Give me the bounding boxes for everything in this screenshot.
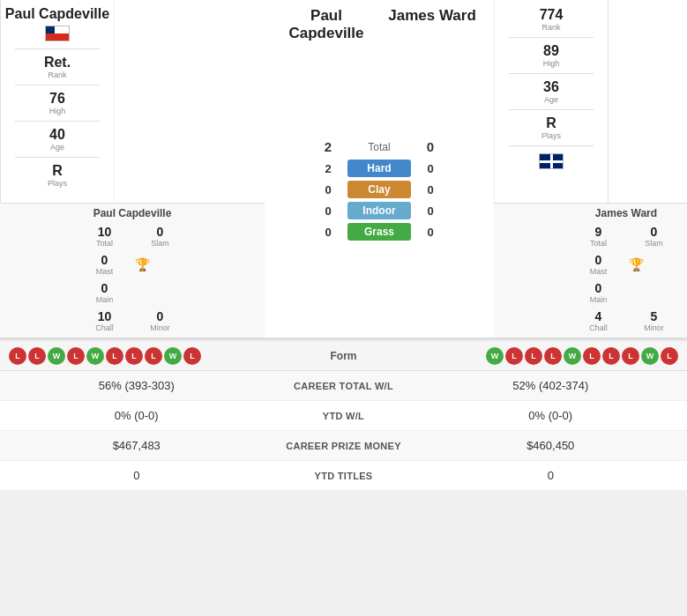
grass-badge: Grass (347, 223, 411, 241)
left-age-stat: 40 Age (49, 125, 65, 153)
right-form-4: L (544, 347, 562, 365)
stat-career-total-right: 52% (402-374) (432, 379, 670, 392)
left-form-badges: L L W L W L L L W L (9, 347, 201, 365)
stat-career-total-label: Career Total W/L (256, 381, 432, 391)
trophy-icon-left: 🏆 (135, 257, 150, 271)
left-player-name: Paul Capdeville (5, 5, 109, 22)
grass-score-right: 0 (418, 226, 443, 239)
stat-prize-money: $467,483 Career Prize Money $460,450 (0, 431, 687, 461)
left-form-10: L (183, 347, 201, 365)
left-form-4: L (67, 347, 85, 365)
left-form-5: W (86, 347, 104, 365)
left-name-center-top2: Capdeville (288, 25, 363, 42)
right-plays-stat: R Plays (541, 114, 561, 142)
left-rank-stat: Ret. Rank (44, 53, 71, 81)
clay-score-right: 0 (418, 183, 443, 197)
stat-ytd-wl-right: 0% (0-0) (432, 409, 670, 422)
total-score-left: 2 (316, 139, 340, 154)
right-form-7: L (602, 347, 620, 365)
right-age-stat: 36 Age (543, 78, 559, 106)
stat-ytd-wl: 0% (0-0) YTD W/L 0% (0-0) (0, 401, 687, 431)
indoor-badge: Indoor (347, 202, 411, 219)
indoor-score-left: 0 (316, 204, 340, 218)
right-form-8: L (622, 347, 639, 365)
right-total-stat: 9 Total (573, 223, 624, 249)
surface-row-hard: 2 Hard 0 (273, 160, 485, 177)
left-form-8: L (145, 347, 162, 365)
stat-ytd-titles-label: YTD Titles (256, 471, 432, 481)
stat-prize-money-left: $467,483 (18, 439, 256, 452)
hard-score-right: 0 (418, 162, 443, 175)
right-mast-stat: 0 Mast (573, 251, 624, 278)
clay-score-left: 0 (316, 183, 340, 197)
right-form-9: W (641, 347, 659, 365)
stat-career-total-left: 56% (393-303) (18, 379, 256, 392)
clay-badge: Clay (347, 181, 411, 198)
left-main-stat: 0 Main (79, 279, 130, 306)
left-form-9: W (164, 347, 182, 365)
stat-ytd-titles: 0 YTD Titles 0 (0, 461, 687, 491)
right-rank-stat: 774 Rank (540, 5, 564, 33)
left-player-flag-chile (45, 26, 70, 41)
form-label: Form (201, 350, 486, 362)
stat-career-total: 56% (393-303) Career Total W/L 52% (402-… (0, 371, 687, 401)
right-form-badges: W L L L W L L L W L (486, 347, 678, 365)
left-mast-stat: 0 Mast (79, 251, 130, 278)
right-minor-stat: 5 Minor (629, 308, 679, 334)
right-form-5: W (564, 347, 581, 365)
trophy-icon-right: 🏆 (629, 257, 644, 271)
right-player-flag-wrap (539, 153, 564, 169)
right-form-10: L (661, 347, 678, 365)
surface-row-clay: 0 Clay 0 (273, 181, 485, 198)
stat-ytd-wl-label: YTD W/L (256, 411, 432, 421)
left-plays-stat: R Plays (48, 161, 67, 189)
right-slam-stat: 0 Slam (629, 223, 679, 249)
left-form-3: W (48, 347, 65, 365)
right-form-2: L (505, 347, 523, 365)
right-main-stat: 0 Main (573, 279, 624, 306)
left-form-6: L (106, 347, 123, 365)
app-container: Paul Capdeville Ret. Rank 76 (0, 0, 687, 491)
form-row: L L W L W L L L W L Form W L L L W L L L (0, 342, 687, 371)
right-form-6: L (583, 347, 601, 365)
left-chall-stat: 10 Chall (79, 308, 130, 334)
hard-badge: Hard (347, 160, 411, 177)
right-player-flag-uk (539, 153, 564, 169)
left-form-7: L (125, 347, 143, 365)
player-comparison-top: Paul Capdeville Ret. Rank 76 (0, 0, 687, 340)
left-total-stat: 10 Total (79, 223, 130, 249)
right-name-center-top: James Ward (388, 7, 476, 25)
stat-ytd-titles-left: 0 (18, 469, 256, 482)
stat-prize-money-right: $460,450 (432, 439, 670, 452)
surface-rows: 2 Hard 0 0 Clay 0 0 Indoor 0 (273, 160, 485, 241)
right-chall-stat: 4 Chall (573, 308, 624, 334)
stat-ytd-titles-right: 0 (432, 469, 670, 482)
right-form-3: L (525, 347, 542, 365)
stat-prize-money-label: Career Prize Money (256, 441, 432, 451)
left-form-1: L (9, 347, 26, 365)
surface-row-grass: 0 Grass 0 (273, 223, 485, 241)
stat-ytd-wl-left: 0% (0-0) (18, 409, 256, 422)
right-player-stats: 774 Rank 89 High 36 Age R (494, 0, 609, 203)
surface-row-indoor: 0 Indoor 0 (273, 202, 485, 219)
right-player-name-bottom: James Ward (595, 207, 657, 219)
left-player-name-bottom: Paul Capdeville (93, 207, 172, 219)
right-high-stat: 89 High (543, 41, 560, 70)
left-player-stats: Paul Capdeville Ret. Rank 76 (0, 0, 115, 203)
right-form-1: W (486, 347, 504, 365)
left-name-center-top: Paul (310, 7, 342, 25)
bottom-section: L L W L W L L L W L Form W L L L W L L L (0, 342, 687, 491)
left-high-stat: 76 High (49, 89, 66, 117)
indoor-score-right: 0 (418, 204, 443, 218)
left-minor-stat: 0 Minor (135, 308, 185, 334)
total-label: Total (347, 141, 411, 153)
hard-score-left: 2 (316, 162, 340, 175)
total-score-right: 0 (418, 139, 443, 154)
grass-score-left: 0 (316, 226, 340, 239)
left-form-2: L (28, 347, 46, 365)
left-slam-stat: 0 Slam (135, 223, 185, 249)
left-player-flag-wrap (45, 26, 70, 41)
